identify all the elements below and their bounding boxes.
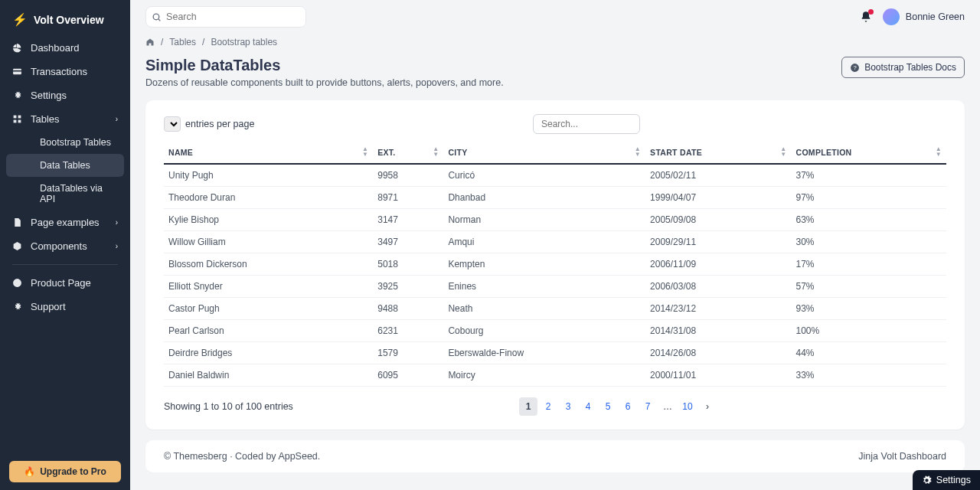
table-cell: 6095 <box>373 364 443 387</box>
global-search[interactable] <box>145 6 306 28</box>
page-title: Simple DataTables <box>145 57 504 74</box>
footer: © Themesberg · Coded by AppSeed. Jinja V… <box>145 440 965 472</box>
table-cell: 2014/31/08 <box>645 320 791 342</box>
upgrade-button[interactable]: 🔥 Upgrade to Pro <box>9 461 121 482</box>
table-cell: Dhanbad <box>443 187 645 209</box>
chevron-right-icon: › <box>116 115 118 123</box>
pie-icon <box>12 43 23 53</box>
page-7[interactable]: 7 <box>639 397 657 416</box>
notifications-button[interactable] <box>860 11 872 23</box>
table-cell: Theodore Duran <box>164 187 373 209</box>
settings-fab-label: Settings <box>936 475 971 485</box>
table-info: Showing 1 to 10 of 100 entries <box>164 401 293 412</box>
page-next[interactable]: › <box>698 397 717 416</box>
table-cell: 2014/26/08 <box>645 342 791 364</box>
col-header[interactable]: EXT.▲▼ <box>373 142 443 164</box>
footer-appseed-link[interactable]: AppSeed <box>278 451 317 462</box>
table-cell: Elliott Snyder <box>164 276 373 298</box>
page-1[interactable]: 1 <box>519 397 537 416</box>
col-header[interactable]: NAME▲▼ <box>164 142 373 164</box>
sidebar-item-components[interactable]: Components› <box>0 234 130 258</box>
table-cell: 63% <box>792 209 947 231</box>
breadcrumb-current: Bootstrap tables <box>211 37 277 47</box>
page-4[interactable]: 4 <box>579 397 597 416</box>
nav-label: Dashboard <box>31 42 80 54</box>
col-header[interactable]: COMPLETION▲▼ <box>792 142 947 164</box>
datatable-card: 10 entries per page NAME▲▼EXT.▲▼CITY▲▼ST… <box>145 100 965 430</box>
nav-divider <box>12 264 118 265</box>
table-cell: 2006/11/09 <box>645 253 791 276</box>
sort-icon: ▲▼ <box>635 146 641 157</box>
avatar <box>883 8 900 25</box>
page-3[interactable]: 3 <box>559 397 577 416</box>
col-header[interactable]: START DATE▲▼ <box>645 142 791 164</box>
table-row: Elliott Snyder3925Enines2006/03/0857% <box>164 276 946 298</box>
nav-label: Page examples <box>31 217 100 228</box>
table-cell: 2005/02/11 <box>645 164 791 187</box>
sidebar-item-support[interactable]: Support <box>0 295 130 318</box>
help-icon <box>12 278 23 288</box>
settings-fab[interactable]: Settings <box>913 470 980 490</box>
page-2[interactable]: 2 <box>539 397 557 416</box>
svg-line-10 <box>158 19 160 21</box>
box-icon <box>12 241 23 251</box>
question-icon: ? <box>850 63 860 73</box>
table-row: Kylie Bishop3147Norman2005/09/0863% <box>164 209 946 231</box>
notification-dot-icon <box>868 9 874 15</box>
page-6[interactable]: 6 <box>619 397 637 416</box>
svg-rect-6 <box>18 120 21 123</box>
sidebar-item-settings[interactable]: Settings <box>0 83 130 107</box>
sidebar-item-page-examples[interactable]: Page examples› <box>0 211 130 234</box>
entries-select[interactable]: 10 <box>164 116 181 132</box>
table-cell: 17% <box>792 253 947 276</box>
svg-rect-1 <box>13 70 21 72</box>
sidebar-item-dashboard[interactable]: Dashboard <box>0 36 130 60</box>
breadcrumb-tables[interactable]: Tables <box>169 37 196 47</box>
sort-icon: ▲▼ <box>780 146 786 157</box>
data-table: NAME▲▼EXT.▲▼CITY▲▼START DATE▲▼COMPLETION… <box>164 142 946 387</box>
nav-label: Tables <box>31 113 60 125</box>
page-10[interactable]: 10 <box>678 397 697 416</box>
sidebar-sub-bootstrap-tables[interactable]: Bootstrap Tables <box>6 131 124 154</box>
table-cell: 2014/23/12 <box>645 298 791 320</box>
user-menu[interactable]: Bonnie Green <box>883 8 965 25</box>
table-row: Pearl Carlson6231Cobourg2014/31/08100% <box>164 320 946 342</box>
sidebar-sub-data-tables[interactable]: Data Tables <box>6 154 124 177</box>
sort-icon: ▲▼ <box>362 146 368 157</box>
docs-button-label: Bootstrap Tables Docs <box>864 62 956 73</box>
table-cell: Norman <box>443 209 645 231</box>
docs-button[interactable]: ? Bootstrap Tables Docs <box>841 57 965 78</box>
topbar: Bonnie Green <box>130 0 980 34</box>
user-name: Bonnie Green <box>906 11 965 22</box>
table-cell: 9958 <box>373 164 443 187</box>
table-cell: Castor Pugh <box>164 298 373 320</box>
table-cell: 2000/11/01 <box>645 364 791 387</box>
sidebar-item-tables[interactable]: Tables› <box>0 107 130 131</box>
breadcrumb-home[interactable] <box>145 38 155 47</box>
svg-point-9 <box>153 14 159 20</box>
brand[interactable]: ⚡ Volt Overview <box>0 8 130 36</box>
table-row: Theodore Duran8971Dhanbad1999/04/0797% <box>164 187 946 209</box>
nav-label: Transactions <box>31 66 87 77</box>
card-icon <box>12 67 23 77</box>
table-cell: 3925 <box>373 276 443 298</box>
table-cell: Willow Gilliam <box>164 231 373 253</box>
page-5[interactable]: 5 <box>599 397 617 416</box>
table-cell: 2005/09/08 <box>645 209 791 231</box>
sidebar-item-transactions[interactable]: Transactions <box>0 60 130 83</box>
gear-icon <box>12 302 23 312</box>
page-icon <box>12 217 23 227</box>
search-input[interactable] <box>166 7 305 27</box>
table-search-input[interactable] <box>533 114 640 134</box>
table-cell: Deirdre Bridges <box>164 342 373 364</box>
footer-themesberg-link[interactable]: Themesberg <box>173 451 227 462</box>
sidebar-sub-datatables-via-api[interactable]: DataTables via API <box>6 177 124 211</box>
sidebar: ⚡ Volt Overview DashboardTransactionsSet… <box>0 0 130 490</box>
table-cell: 1999/04/07 <box>645 187 791 209</box>
bolt-icon: ⚡ <box>12 12 28 27</box>
table-row: Deirdre Bridges1579Eberswalde-Finow2014/… <box>164 342 946 364</box>
sidebar-item-product-page[interactable]: Product Page <box>0 271 130 295</box>
col-header[interactable]: CITY▲▼ <box>443 142 645 164</box>
table-row: Willow Gilliam3497Amqui2009/29/1130% <box>164 231 946 253</box>
footer-product-link[interactable]: Jinja Volt Dashboard <box>858 451 946 462</box>
